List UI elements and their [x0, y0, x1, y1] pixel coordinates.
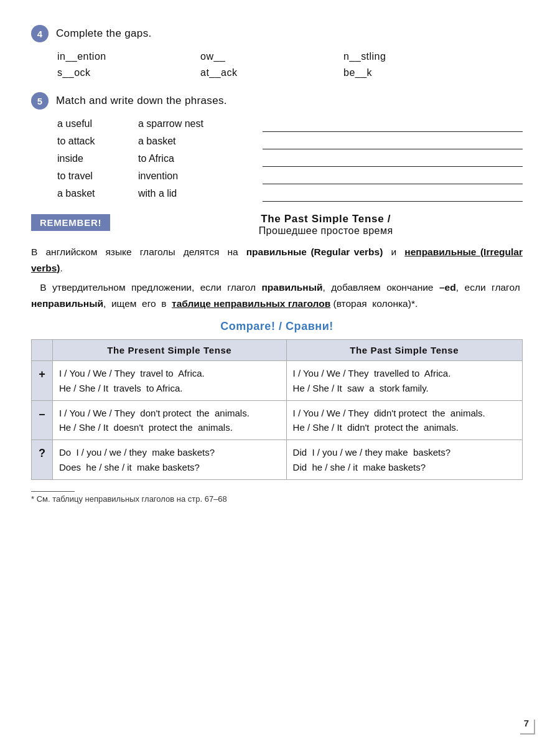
- present-question: Do I / you / we / they make baskets?Does…: [53, 440, 287, 480]
- past-minus: I / You / We / They didn't protect the a…: [286, 400, 522, 440]
- past-question: Did I / you / we / they make baskets?Did…: [286, 440, 522, 480]
- phrase-col1-3: to travel: [57, 171, 138, 184]
- phrase-col1-4: a basket: [57, 188, 138, 202]
- phrase-line-0[interactable]: [263, 118, 523, 132]
- phrase-col1-0: a useful: [57, 118, 138, 132]
- symbol-minus: –: [32, 400, 53, 440]
- exercise4-header: 4 Complete the gaps.: [31, 25, 523, 42]
- phrase-line-4[interactable]: [263, 188, 523, 202]
- compare-table: The Present Simple Tense The Past Simple…: [31, 339, 523, 480]
- table-row: – I / You / We / They don't protect the …: [32, 400, 523, 440]
- table-row: + I / You / We / They travel to Africa.H…: [32, 361, 523, 401]
- gap-item: at__ack: [200, 67, 337, 78]
- remember-title-block: The Past Simple Tense / Прошедшее просто…: [129, 213, 523, 237]
- gap-item: in__ention: [57, 51, 194, 62]
- remember-body1: В английском языке глаголы делятся на пр…: [31, 244, 523, 276]
- gap-item: n__stling: [343, 51, 480, 62]
- exercise4-title: Complete the gaps.: [56, 27, 152, 40]
- phrase-line-3[interactable]: [263, 171, 523, 184]
- gap-item: be__k: [343, 67, 480, 78]
- phrase-col2-1: a basket: [138, 136, 263, 149]
- phrase-col2-0: a sparrow nest: [138, 118, 263, 132]
- phrase-col2-2: to Africa: [138, 153, 263, 167]
- exercise5-header: 5 Match and write down the phrases.: [31, 92, 523, 110]
- past-plus: I / You / We / They travelled to Africa.…: [286, 361, 522, 401]
- exercise5-section: 5 Match and write down the phrases. a us…: [31, 92, 523, 202]
- phrase-col2-4: with a lid: [138, 188, 263, 202]
- exercise5-title: Match and write down the phrases.: [56, 95, 227, 107]
- present-minus: I / You / We / They don't protect the an…: [53, 400, 287, 440]
- symbol-plus: +: [32, 361, 53, 401]
- remember-title: The Past Simple Tense /: [129, 213, 523, 225]
- phrase-col1-2: inside: [57, 153, 138, 167]
- gap-item: ow__: [200, 51, 337, 62]
- phrase-line-1[interactable]: [263, 136, 523, 149]
- remember-badge: REMEMBER!: [31, 214, 110, 231]
- exercise4-number: 4: [31, 25, 49, 42]
- corner-bracket: [520, 720, 535, 735]
- compare-title: Compare! / Сравни!: [31, 320, 523, 333]
- col1-header: The Present Simple Tense: [53, 340, 287, 361]
- dash-em: –ed: [439, 282, 456, 293]
- bold-text2: правильный: [261, 282, 322, 293]
- remember-section: REMEMBER! The Past Simple Tense / Прошед…: [31, 213, 523, 311]
- bold-text: правильные (Regular verbs): [246, 247, 383, 257]
- gaps-grid: in__ention ow__ n__stling s__ock at__ack…: [57, 51, 523, 78]
- present-plus: I / You / We / They travel to Africa.He …: [53, 361, 287, 401]
- remember-subtitle: Прошедшее простое время: [129, 225, 523, 237]
- phrase-col2-3: invention: [138, 171, 263, 184]
- remember-header: REMEMBER! The Past Simple Tense / Прошед…: [31, 213, 523, 237]
- col2-header: The Past Simple Tense: [286, 340, 522, 361]
- phrase-col1-1: to attack: [57, 136, 138, 149]
- phrases-grid: a useful a sparrow nest to attack a bask…: [57, 118, 523, 202]
- footnote-text: * См. таблицу неправильных глаголов на с…: [31, 494, 523, 504]
- bold-underline-text2: таблице неправильных глаголов: [172, 298, 330, 309]
- table-row: ? Do I / you / we / they make baskets?Do…: [32, 440, 523, 480]
- symbol-question: ?: [32, 440, 53, 480]
- gap-item: s__ock: [57, 67, 194, 78]
- exercise5-number: 5: [31, 92, 49, 110]
- footnote-line: [31, 491, 75, 492]
- remember-body2: В утвердительном предложении, если глаго…: [31, 280, 523, 311]
- phrase-line-2[interactable]: [263, 153, 523, 167]
- bold-text3: неправильный: [31, 298, 103, 309]
